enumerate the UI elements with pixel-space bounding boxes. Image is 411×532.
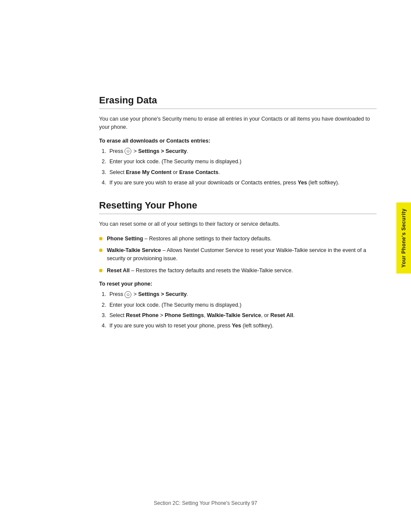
step1-bold: Settings > Security [138, 148, 187, 154]
erasing-instruction-label: To erase all downloads or Contacts entri… [99, 138, 377, 144]
bullet-dot-2 [99, 249, 103, 252]
bullet-dot-1 [99, 237, 103, 240]
resetting-step-1: Press ☺ > Settings > Security. [108, 290, 377, 299]
erasing-data-section: Erasing Data You can use your phone's Se… [99, 95, 377, 187]
erase-contacts: Erase Contacts [179, 169, 218, 175]
erasing-step-1: Press ☺ > Settings > Security. [108, 147, 377, 156]
resetting-phone-title: Resetting Your Phone [99, 200, 377, 211]
resetting-instruction-label: To reset your phone: [99, 281, 377, 287]
erase-my-content: Erase My Content [126, 169, 171, 175]
yes-softkey-2: Yes [232, 323, 241, 329]
reset-all-bold2: Reset All [270, 312, 293, 318]
resetting-step-3: Select Reset Phone > Phone Settings, Wal… [108, 311, 377, 320]
resetting-phone-intro: You can reset some or all of your settin… [99, 220, 377, 228]
bullet-text-3: Reset All – Restores the factory default… [107, 267, 377, 275]
bullet-text-2: Walkie-Talkie Service – Allows Nextel Cu… [107, 246, 377, 263]
resetting-phone-section: Resetting Your Phone You can reset some … [99, 200, 377, 330]
phone-setting-bold: Phone Setting [107, 236, 143, 242]
page-footer: Section 2C: Setting Your Phone's Securit… [0, 500, 411, 506]
resetting-bullets-list: Phone Setting – Restores all phone setti… [99, 235, 377, 275]
side-tab-text: Your Phone's Security [401, 208, 407, 268]
yes-softkey-1: Yes [298, 180, 307, 186]
bullet-walkie-talkie: Walkie-Talkie Service – Allows Nextel Cu… [99, 246, 377, 263]
erasing-data-title: Erasing Data [99, 95, 377, 106]
reset-all-bold: Reset All [107, 268, 130, 274]
bullet-reset-all: Reset All – Restores the factory default… [99, 267, 377, 275]
menu-icon-2: ☺ [125, 291, 131, 298]
resetting-step-2: Enter your lock code. (The Security menu… [108, 301, 377, 309]
bullet-phone-setting: Phone Setting – Restores all phone setti… [99, 235, 377, 243]
reset-phone-bold: Reset Phone [126, 312, 159, 318]
resetting-steps-list: Press ☺ > Settings > Security. Enter you… [108, 290, 377, 330]
erasing-step-3: Select Erase My Content or Erase Contact… [108, 168, 377, 177]
erasing-step-4: If you are sure you wish to erase all yo… [108, 179, 377, 187]
erasing-step-2: Enter your lock code. (The Security menu… [108, 158, 377, 166]
phone-settings-bold: Phone Settings [165, 312, 204, 318]
walkie-talkie-service-bold: Walkie-Talkie Service [107, 247, 161, 253]
page-container: Your Phone's Security Erasing Data You c… [0, 0, 411, 532]
menu-icon-1: ☺ [125, 148, 131, 155]
side-tab: Your Phone's Security [396, 202, 411, 274]
bullet-text-1: Phone Setting – Restores all phone setti… [107, 235, 377, 243]
erasing-data-intro: You can use your phone's Security menu t… [99, 115, 377, 132]
content-area: Erasing Data You can use your phone's Se… [99, 0, 377, 362]
erasing-data-divider [99, 109, 377, 109]
resetting-phone-divider [99, 214, 377, 214]
walkie-talkie-service-bold2: Walkie-Talkie Service [207, 312, 261, 318]
footer-text: Section 2C: Setting Your Phone's Securit… [154, 500, 257, 506]
resetting-step-4: If you are sure you wish to reset your p… [108, 322, 377, 330]
erasing-steps-list: Press ☺ > Settings > Security. Enter you… [108, 147, 377, 187]
bullet-dot-3 [99, 269, 103, 272]
step1-bold-reset: Settings > Security [138, 291, 187, 297]
